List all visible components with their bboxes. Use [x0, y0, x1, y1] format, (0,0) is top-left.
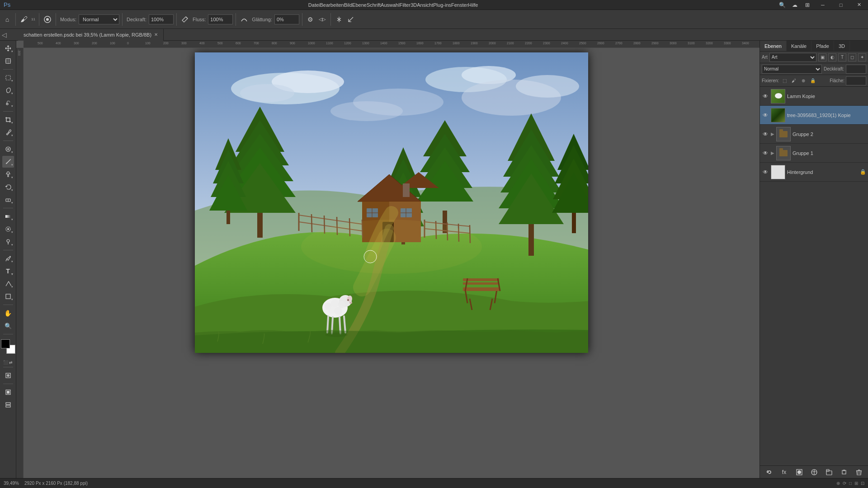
- layer-expand-gruppe2[interactable]: ▶: [771, 131, 774, 136]
- menu-fenster[interactable]: Fenster: [451, 2, 468, 8]
- add-group-button[interactable]: [825, 468, 834, 477]
- share-icon[interactable]: ☁: [788, 0, 801, 10]
- quick-mask-icon[interactable]: [2, 370, 14, 381]
- tab-3d[interactable]: 3D: [834, 41, 850, 51]
- flache-value[interactable]: 100%: [846, 76, 866, 85]
- search-icon[interactable]: 🔍: [776, 0, 788, 10]
- dodge-tool[interactable]: ▾: [2, 236, 14, 248]
- deckkraft-input[interactable]: [149, 14, 174, 24]
- path-select-tool[interactable]: ▾: [2, 278, 14, 290]
- marquee-tool[interactable]: ▾: [2, 72, 14, 84]
- layer-item-hintergrund[interactable]: 👁 Hintergrund 🔒: [760, 163, 868, 182]
- tab-close-icon[interactable]: ✕: [154, 29, 158, 41]
- tab-ebenen[interactable]: Ebenen: [760, 41, 787, 51]
- add-mask-button[interactable]: [795, 468, 804, 477]
- move-tool[interactable]: ▾: [2, 42, 14, 54]
- lock-all-icon[interactable]: 🔒: [809, 77, 817, 85]
- fg-color-swatch[interactable]: [1, 339, 10, 348]
- modus-select[interactable]: Normal: [79, 14, 119, 24]
- blur-tool[interactable]: ▾: [2, 223, 14, 235]
- layer-item-gruppe2[interactable]: 👁 ▶ Gruppe 2: [760, 125, 868, 144]
- blend-mode-select[interactable]: Normal: [762, 65, 822, 74]
- svg-rect-24: [7, 391, 9, 394]
- lock-paint-icon[interactable]: 🖌: [790, 77, 798, 85]
- crop-tool[interactable]: ▾: [2, 114, 14, 126]
- healing-tool[interactable]: ▾: [2, 143, 14, 155]
- quick-select-tool[interactable]: ▾: [2, 97, 14, 109]
- settings-icon[interactable]: ⚙: [305, 14, 316, 25]
- menu-3d[interactable]: 3D: [410, 2, 417, 8]
- menu-hilfe[interactable]: Hilfe: [468, 2, 478, 8]
- workspace-icon[interactable]: ⊞: [801, 0, 814, 10]
- brush-preset-icon[interactable]: [42, 14, 53, 25]
- layer-visibility-gruppe1[interactable]: 👁: [762, 150, 769, 157]
- text-tool[interactable]: T ▾: [2, 265, 14, 277]
- canvas-scroll[interactable]: [24, 48, 760, 478]
- tab-pfade[interactable]: Pfade: [811, 41, 834, 51]
- lock-move-icon[interactable]: ⊕: [799, 77, 807, 85]
- gradient-tool[interactable]: ▾: [2, 211, 14, 222]
- back-icon[interactable]: ◁: [2, 29, 7, 41]
- brush-tool-icon[interactable]: 🖌: [19, 14, 29, 25]
- menu-plugins[interactable]: Plug-ins: [433, 2, 451, 8]
- close-button[interactable]: ✕: [850, 0, 868, 10]
- zoom-tool[interactable]: 🔍: [2, 320, 14, 332]
- filter-text-icon[interactable]: T: [838, 53, 846, 61]
- tab-kanale[interactable]: Kanäle: [787, 41, 811, 51]
- menu-filter[interactable]: Filter: [400, 2, 410, 8]
- layer-visibility-tree[interactable]: 👁: [762, 112, 769, 119]
- angle-icon[interactable]: [345, 14, 356, 25]
- layer-visibility-gruppe2[interactable]: 👁: [762, 131, 769, 138]
- deckkraft-value[interactable]: 100%: [846, 65, 866, 74]
- eraser-tool[interactable]: ▾: [2, 194, 14, 206]
- stamp-tool[interactable]: ▾: [2, 169, 14, 180]
- pressure-icon[interactable]: ◁▷: [317, 14, 328, 25]
- fluss-input[interactable]: [208, 14, 233, 24]
- eyedropper-tool[interactable]: ▾: [2, 127, 14, 138]
- symmetry-icon[interactable]: [334, 14, 344, 25]
- layer-item-gruppe1[interactable]: 👁 ▶ Gruppe 1: [760, 144, 868, 163]
- menu-ansicht[interactable]: Ansicht: [417, 2, 433, 8]
- document-tab[interactable]: schatten erstellen.psdc bei 39,5% (Lamm …: [18, 29, 164, 41]
- menu-schrift[interactable]: Schrift: [367, 2, 381, 8]
- menu-datei[interactable]: Datei: [308, 2, 320, 8]
- layer-item-tree-kopie[interactable]: 👁 tree-3095683_1920(1) Kopie: [760, 106, 868, 125]
- home-icon[interactable]: ⌂: [2, 14, 13, 25]
- menu-bild[interactable]: Bild: [344, 2, 352, 8]
- menu-ebene[interactable]: Ebene: [352, 2, 367, 8]
- link-layers-button[interactable]: [765, 468, 774, 477]
- layer-expand-gruppe1[interactable]: ▶: [771, 150, 774, 155]
- minimize-button[interactable]: ─: [814, 0, 832, 10]
- glattung-input[interactable]: [274, 14, 299, 24]
- filter-shape-icon[interactable]: ◻: [848, 53, 856, 61]
- filter-pixel-icon[interactable]: ▣: [818, 53, 826, 61]
- lasso-tool[interactable]: ▾: [2, 84, 14, 96]
- lock-transparent-icon[interactable]: ⬚: [780, 77, 788, 85]
- delete-layer-button[interactable]: [854, 468, 863, 477]
- artboard-tool[interactable]: [2, 55, 14, 67]
- airbrush-icon[interactable]: [179, 14, 190, 25]
- swap-colors-icon[interactable]: ⇄: [9, 360, 13, 365]
- history-tool[interactable]: ▾: [2, 181, 14, 193]
- layer-visibility-lamm[interactable]: 👁: [762, 93, 769, 100]
- hand-tool[interactable]: ✋: [2, 307, 14, 319]
- add-adjustment-button[interactable]: [810, 468, 819, 477]
- reset-colors-icon[interactable]: ⬛: [3, 360, 8, 365]
- menu-auswahl[interactable]: Auswahl: [381, 2, 400, 8]
- smoothing-icon[interactable]: [239, 14, 250, 25]
- shape-tool[interactable]: ▾: [2, 291, 14, 302]
- filter-smart-icon[interactable]: ✦: [858, 53, 866, 61]
- pen-tool[interactable]: ▾: [2, 253, 14, 264]
- layer-item-lamm-kopie[interactable]: 👁 Lamm Kopie: [760, 87, 868, 106]
- brush-tool[interactable]: ▾: [2, 156, 14, 168]
- layers-bottom-bar: fx: [760, 465, 868, 478]
- maximize-button[interactable]: □: [832, 0, 850, 10]
- layer-visibility-hintergrund[interactable]: 👁: [762, 169, 769, 176]
- filter-type-select[interactable]: Art: [769, 53, 816, 62]
- filter-adjustment-icon[interactable]: ◐: [828, 53, 836, 61]
- screen-mode-icon[interactable]: [2, 386, 14, 398]
- add-layer-button[interactable]: [840, 468, 849, 477]
- layer-style-button[interactable]: fx: [780, 468, 789, 477]
- extra-tools-icon[interactable]: [2, 399, 14, 411]
- menu-bearbeiten[interactable]: Bearbeiten: [320, 2, 344, 8]
